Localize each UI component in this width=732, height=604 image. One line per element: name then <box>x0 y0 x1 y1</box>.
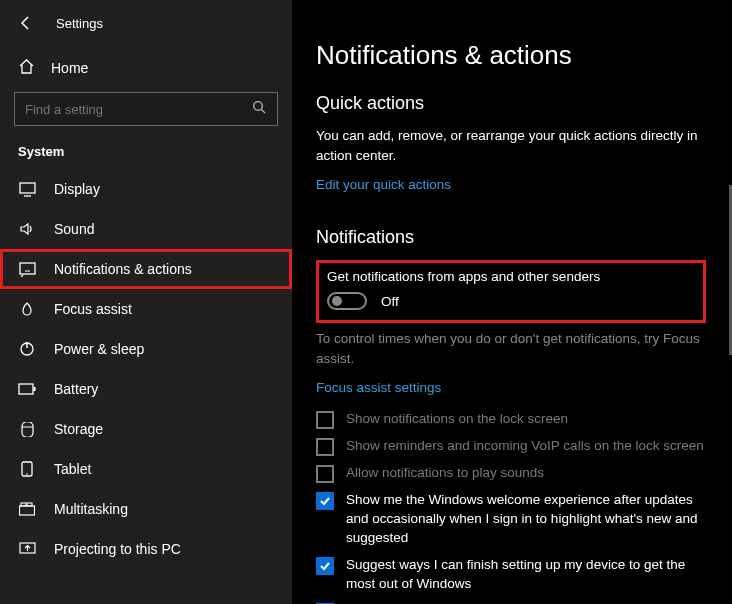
sidebar-item-label: Notifications & actions <box>54 261 192 277</box>
sidebar-item-power-sleep[interactable]: Power & sleep <box>0 329 292 369</box>
power-sleep-icon <box>18 341 36 357</box>
storage-icon <box>18 422 36 437</box>
nav-list: DisplaySoundNotifications & actionsFocus… <box>0 169 292 569</box>
checkbox <box>316 438 334 456</box>
search-icon <box>252 100 267 119</box>
sidebar-item-label: Power & sleep <box>54 341 144 357</box>
sidebar-item-label: Multitasking <box>54 501 128 517</box>
sidebar-item-notifications-actions[interactable]: Notifications & actions <box>0 249 292 289</box>
app-title: Settings <box>56 16 103 31</box>
checkbox-label: Show notifications on the lock screen <box>346 410 568 429</box>
notifications-icon <box>18 262 36 277</box>
sidebar-item-display[interactable]: Display <box>0 169 292 209</box>
sidebar-item-label: Storage <box>54 421 103 437</box>
header-row: Settings <box>0 8 292 38</box>
notifications-toggle-label: Get notifications from apps and other se… <box>327 269 695 284</box>
checkbox[interactable] <box>316 492 334 510</box>
notifications-heading: Notifications <box>316 227 706 248</box>
notifications-toggle-highlight: Get notifications from apps and other se… <box>316 260 706 323</box>
svg-point-0 <box>254 101 263 110</box>
focus-assist-icon <box>18 301 36 317</box>
checkbox[interactable] <box>316 557 334 575</box>
sidebar-item-focus-assist[interactable]: Focus assist <box>0 289 292 329</box>
sidebar-item-label: Projecting to this PC <box>54 541 181 557</box>
notification-options: Show notifications on the lock screenSho… <box>316 410 706 604</box>
toggle-knob <box>332 296 342 306</box>
svg-rect-8 <box>34 387 36 391</box>
svg-rect-2 <box>20 183 35 193</box>
back-icon[interactable] <box>18 15 34 31</box>
sidebar-item-label: Focus assist <box>54 301 132 317</box>
projecting-icon <box>18 542 36 556</box>
svg-rect-4 <box>20 263 35 274</box>
notification-option-row: Show me the Windows welcome experience a… <box>316 491 706 548</box>
notifications-toggle[interactable] <box>327 292 367 310</box>
sidebar: Settings Home System DisplaySoundNotific… <box>0 0 292 604</box>
notification-option-row: Show notifications on the lock screen <box>316 410 706 429</box>
home-icon <box>18 58 35 78</box>
svg-point-10 <box>26 473 28 475</box>
sidebar-item-tablet[interactable]: Tablet <box>0 449 292 489</box>
battery-icon <box>18 383 36 395</box>
scrollbar-track <box>726 0 732 604</box>
sidebar-item-label: Display <box>54 181 100 197</box>
tablet-icon <box>18 461 36 477</box>
svg-rect-13 <box>27 503 32 506</box>
edit-quick-actions-link[interactable]: Edit your quick actions <box>316 177 451 192</box>
quick-actions-heading: Quick actions <box>316 93 706 114</box>
checkbox-label: Allow notifications to play sounds <box>346 464 544 483</box>
search-box[interactable] <box>14 92 278 126</box>
checkbox <box>316 411 334 429</box>
display-icon <box>18 182 36 197</box>
section-label: System <box>18 144 292 159</box>
checkbox-label: Suggest ways I can finish setting up my … <box>346 556 706 594</box>
home-nav[interactable]: Home <box>0 48 292 88</box>
sidebar-item-label: Battery <box>54 381 98 397</box>
sidebar-item-projecting-to-this-pc[interactable]: Projecting to this PC <box>0 529 292 569</box>
sidebar-item-sound[interactable]: Sound <box>0 209 292 249</box>
svg-rect-11 <box>20 506 35 515</box>
focus-assist-body: To control times when you do or don't ge… <box>316 329 706 368</box>
notification-option-row: Allow notifications to play sounds <box>316 464 706 483</box>
page-title: Notifications & actions <box>316 40 706 71</box>
search-input[interactable] <box>25 102 225 117</box>
sidebar-item-label: Tablet <box>54 461 91 477</box>
multitasking-icon <box>18 502 36 516</box>
sidebar-item-multitasking[interactable]: Multitasking <box>0 489 292 529</box>
svg-rect-12 <box>21 503 26 506</box>
sidebar-item-storage[interactable]: Storage <box>0 409 292 449</box>
notifications-toggle-state: Off <box>381 294 399 309</box>
focus-assist-settings-link[interactable]: Focus assist settings <box>316 380 441 395</box>
main-panel: Notifications & actions Quick actions Yo… <box>292 0 732 604</box>
quick-actions-body: You can add, remove, or rearrange your q… <box>316 126 706 165</box>
home-label: Home <box>51 60 88 76</box>
notification-option-row: Suggest ways I can finish setting up my … <box>316 556 706 594</box>
notification-option-row: Show reminders and incoming VoIP calls o… <box>316 437 706 456</box>
checkbox-label: Show me the Windows welcome experience a… <box>346 491 706 548</box>
sidebar-item-battery[interactable]: Battery <box>0 369 292 409</box>
svg-line-1 <box>262 109 266 113</box>
checkbox <box>316 465 334 483</box>
notifications-toggle-row: Off <box>327 292 695 310</box>
sound-icon <box>18 221 36 237</box>
checkbox-label: Show reminders and incoming VoIP calls o… <box>346 437 704 456</box>
sidebar-item-label: Sound <box>54 221 94 237</box>
svg-rect-7 <box>19 384 33 394</box>
